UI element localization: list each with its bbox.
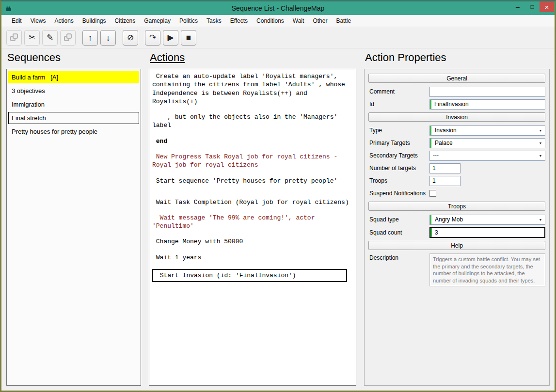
primary-targets-row: Primary Targets Palace ▼ (369, 138, 545, 148)
copy-icon (10, 33, 18, 42)
menu-buildings[interactable]: Buildings (78, 16, 111, 26)
actions-title: Actions (150, 51, 356, 64)
pencil-icon: ✎ (47, 33, 53, 42)
maximize-button[interactable]: □ (525, 1, 540, 12)
section-header-general: General (368, 74, 545, 83)
section-header-invasion: Invasion (368, 112, 545, 122)
jump-button[interactable]: ↷ (145, 30, 160, 46)
chevron-down-icon: ▼ (536, 129, 545, 132)
primary-targets-value: Palace (435, 140, 453, 146)
menu-citizens[interactable]: Citizens (111, 16, 140, 26)
copy-button[interactable] (6, 30, 22, 46)
comment-field[interactable] (429, 87, 545, 97)
action-item-wait-task-completion[interactable]: Wait Task Completion (Royal job for roya… (152, 198, 352, 206)
id-field[interactable] (429, 99, 545, 110)
chevron-down-icon: ▼ (536, 218, 545, 221)
clone-icon (64, 33, 72, 42)
action-properties-title: Action Properties (365, 51, 550, 64)
cut-button[interactable]: ✂ (24, 30, 40, 46)
menu-conditions[interactable]: Conditions (252, 16, 288, 26)
action-item-change-money[interactable]: Change Money with 50000 (152, 237, 352, 246)
close-button[interactable]: × (540, 1, 554, 12)
play-button[interactable]: ▶ (163, 30, 178, 46)
number-of-targets-field[interactable] (429, 163, 461, 173)
menu-bar: Edit Views Actions Buildings Citizens Ga… (1, 15, 555, 27)
secondary-targets-dropdown[interactable]: --- ▼ (429, 151, 545, 161)
clone-button[interactable] (60, 30, 76, 46)
menu-wait[interactable]: Wait (288, 16, 309, 26)
arrow-down-icon: ↓ (106, 33, 111, 42)
suspend-notifications-checkbox[interactable] (429, 190, 436, 197)
squad-type-label: Squad type (369, 216, 429, 223)
actions-panel: Actions Create an auto-update label 'Roy… (149, 50, 356, 386)
secondary-targets-label: Secondary Targets (369, 152, 429, 159)
menu-effects[interactable]: Effects (226, 16, 252, 26)
comment-label: Comment (369, 88, 429, 95)
number-of-targets-row: Number of targets (369, 163, 545, 173)
action-properties-panel: Action Properties General Comment Id Inv… (364, 50, 550, 386)
action-item-but-only[interactable]: , but only the objects also in the 'Mana… (152, 113, 352, 130)
sequence-item-final-stretch[interactable]: Final stretch (8, 112, 139, 124)
window-controls: – □ × (510, 1, 555, 15)
stop-icon: ■ (186, 33, 191, 42)
sequence-item-build-a-farm[interactable]: Build a farm [A] (8, 71, 139, 83)
block-icon: ⊘ (127, 33, 134, 42)
minimize-button[interactable]: – (510, 1, 525, 12)
comment-row: Comment (369, 86, 545, 97)
menu-actions[interactable]: Actions (50, 16, 78, 26)
action-item-wait-years[interactable]: Wait 1 years (152, 253, 352, 262)
troops-count-row: Troops (369, 175, 545, 186)
action-item-start-invasion[interactable]: Start Invasion (id: 'FinalInvasion') (152, 269, 347, 282)
troops-count-field[interactable] (429, 176, 461, 186)
sequences-list: Build a farm [A] 3 objectives Immigratio… (6, 69, 141, 386)
type-row: Type Invasion ▼ (369, 125, 545, 136)
edit-button[interactable]: ✎ (42, 30, 58, 46)
section-header-help: Help (368, 241, 545, 250)
action-item-start-sequence[interactable]: Start sequence 'Pretty houses for pretty… (152, 177, 352, 186)
move-down-button[interactable]: ↓ (100, 30, 116, 46)
description-row: Description Triggers a custom battle con… (369, 253, 545, 286)
actions-list: Create an auto-update label 'Royalist ma… (149, 69, 356, 386)
suspend-notifications-label: Suspend Notifications (369, 190, 429, 197)
arrow-up-icon: ↑ (88, 33, 93, 42)
primary-targets-dropdown[interactable]: Palace ▼ (429, 138, 545, 148)
squad-count-field[interactable] (429, 227, 545, 238)
suspend-notifications-row: Suspend Notifications (369, 188, 545, 199)
stop-button[interactable]: ■ (181, 30, 196, 46)
squad-type-dropdown[interactable]: Angry Mob ▼ (429, 215, 545, 225)
primary-targets-label: Primary Targets (369, 140, 429, 146)
sequence-item-pretty-houses[interactable]: Pretty houses for pretty people (8, 125, 139, 138)
menu-views[interactable]: Views (26, 16, 50, 26)
action-item-wait-message[interactable]: Wait message 'The 99% are coming!', acto… (152, 214, 352, 231)
id-row: Id (369, 99, 545, 110)
chevron-down-icon: ▼ (536, 141, 545, 145)
properties-box: General Comment Id Invasion Type Invasio… (364, 69, 550, 386)
menu-edit[interactable]: Edit (7, 16, 26, 26)
menu-politics[interactable]: Politics (175, 16, 202, 26)
sequence-item-immigration[interactable]: Immigration (8, 98, 139, 110)
squad-count-label: Squad count (369, 229, 429, 236)
chevron-down-icon: ▼ (536, 154, 545, 157)
description-text: Triggers a custom battle conflict. You m… (429, 253, 545, 286)
squad-type-row: Squad type Angry Mob ▼ (369, 214, 545, 225)
description-label: Description (369, 254, 429, 261)
main-area: Sequences Build a farm [A] 3 objectives … (1, 48, 555, 391)
action-item-end[interactable]: end (152, 137, 352, 145)
secondary-targets-row: Secondary Targets --- ▼ (369, 150, 545, 161)
type-value: Invasion (435, 127, 457, 134)
sequence-item-3-objectives[interactable]: 3 objectives (8, 85, 139, 97)
squad-type-value: Angry Mob (435, 216, 463, 223)
titlebar: Sequence List - ChallengeMap – □ × (1, 1, 555, 15)
disable-button[interactable]: ⊘ (123, 30, 138, 46)
move-up-button[interactable]: ↑ (82, 30, 98, 46)
menu-tasks[interactable]: Tasks (202, 16, 226, 26)
action-item-progress-task[interactable]: New Progress Task Royal job for royal ci… (152, 153, 352, 170)
action-item-create-label[interactable]: Create an auto-update label 'Royalist ma… (152, 72, 352, 106)
menu-gameplay[interactable]: Gameplay (140, 16, 175, 26)
sequences-title: Sequences (7, 51, 141, 64)
window-title: Sequence List - ChallengeMap (1, 4, 555, 12)
curved-arrow-icon: ↷ (149, 33, 156, 42)
menu-other[interactable]: Other (308, 16, 332, 26)
type-dropdown[interactable]: Invasion ▼ (429, 125, 545, 136)
menu-battle[interactable]: Battle (332, 16, 355, 26)
